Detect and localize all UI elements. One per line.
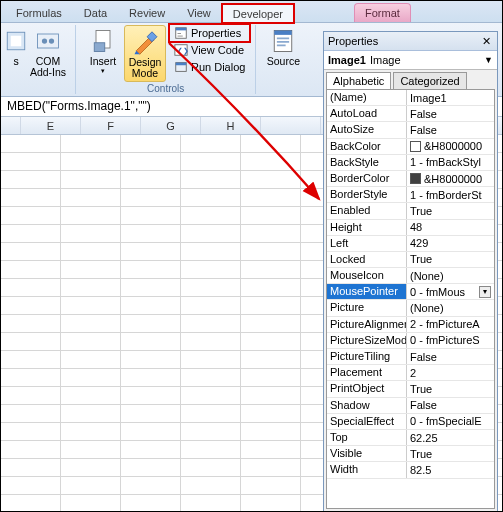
source-button[interactable]: Source	[262, 25, 304, 69]
property-name: PictureTiling	[327, 349, 407, 364]
property-row[interactable]: MouseIcon(None)	[327, 268, 494, 284]
run-dialog-button[interactable]: Run Dialog	[170, 59, 249, 75]
property-value[interactable]: True	[407, 446, 494, 461]
col-header-f[interactable]: F	[81, 117, 141, 134]
col-header-next[interactable]	[261, 117, 321, 134]
tab-categorized[interactable]: Categorized	[393, 72, 466, 89]
property-value[interactable]: False	[407, 122, 494, 137]
property-value[interactable]: 48	[407, 220, 494, 235]
property-value[interactable]: 2 - fmPictureA	[407, 317, 494, 332]
addin-icon	[2, 27, 30, 55]
property-row[interactable]: Top62.25	[327, 430, 494, 446]
property-row[interactable]: MousePointer0 - fmMous▾	[327, 284, 494, 300]
svg-rect-1	[11, 36, 22, 47]
property-value[interactable]: 0 - fmMous▾	[407, 284, 494, 299]
property-value[interactable]: False	[407, 349, 494, 364]
tab-view[interactable]: View	[176, 3, 222, 22]
property-row[interactable]: BackStyle1 - fmBackStyl	[327, 155, 494, 171]
property-value[interactable]: &H8000000	[407, 139, 494, 154]
property-row[interactable]: AutoLoadFalse	[327, 106, 494, 122]
property-grid[interactable]: (Name)Image1AutoLoadFalseAutoSizeFalseBa…	[326, 89, 495, 509]
properties-titlebar[interactable]: Properties ✕	[324, 32, 497, 51]
property-row[interactable]: Picture(None)	[327, 300, 494, 316]
tab-format[interactable]: Format	[354, 3, 411, 22]
addins-button[interactable]: s	[5, 25, 27, 69]
property-row[interactable]: EnabledTrue	[327, 203, 494, 219]
property-value-text: 2 - fmPictureA	[410, 318, 480, 330]
svg-rect-6	[94, 43, 105, 52]
property-row[interactable]: LockedTrue	[327, 252, 494, 268]
property-value-text: 48	[410, 221, 422, 233]
design-mode-button[interactable]: Design Mode	[124, 25, 166, 82]
col-header-e[interactable]: E	[21, 117, 81, 134]
property-value[interactable]: 429	[407, 236, 494, 251]
property-value[interactable]: False	[407, 398, 494, 413]
properties-button[interactable]: Properties	[170, 25, 249, 41]
object-name: Image1	[328, 54, 366, 66]
property-row[interactable]: BorderColor&H8000000	[327, 171, 494, 187]
property-value[interactable]: 62.25	[407, 430, 494, 445]
property-name: Locked	[327, 252, 407, 267]
property-name: BackStyle	[327, 155, 407, 170]
col-header-g[interactable]: G	[141, 117, 201, 134]
property-value-text: 1 - fmBackStyl	[410, 156, 481, 168]
tab-data[interactable]: Data	[73, 3, 118, 22]
property-value-text: True	[410, 383, 432, 395]
property-tabs: Alphabetic Categorized	[324, 70, 497, 89]
col-header-blank[interactable]	[1, 117, 21, 134]
property-row[interactable]: PictureSizeMode0 - fmPictureS	[327, 333, 494, 349]
com-addins-button[interactable]: COM Add-Ins	[27, 25, 69, 80]
property-row[interactable]: AutoSizeFalse	[327, 122, 494, 138]
property-row[interactable]: PictureTilingFalse	[327, 349, 494, 365]
insert-label: Insert	[90, 56, 116, 67]
property-name: Placement	[327, 365, 407, 380]
property-row[interactable]: Height48	[327, 220, 494, 236]
property-value[interactable]: 0 - fmSpecialE	[407, 414, 494, 429]
property-value[interactable]: True	[407, 252, 494, 267]
property-name: Left	[327, 236, 407, 251]
property-value[interactable]: 0 - fmPictureS	[407, 333, 494, 348]
property-value-text: 0 - fmMous	[410, 286, 465, 298]
view-code-button[interactable]: ❮❯ View Code	[170, 42, 249, 58]
property-value[interactable]: 1 - fmBorderSt	[407, 187, 494, 202]
property-row[interactable]: VisibleTrue	[327, 446, 494, 462]
property-value-text: True	[410, 205, 432, 217]
property-row[interactable]: PictureAlignmen2 - fmPictureA	[327, 317, 494, 333]
property-row[interactable]: (Name)Image1	[327, 90, 494, 106]
property-name: Top	[327, 430, 407, 445]
ribbon-tabs: Formulas Data Review View Developer Form…	[1, 1, 502, 23]
property-name: PrintObject	[327, 381, 407, 396]
tab-alphabetic[interactable]: Alphabetic	[326, 72, 391, 89]
property-value[interactable]: True	[407, 203, 494, 218]
property-value[interactable]: 2	[407, 365, 494, 380]
property-value[interactable]: (None)	[407, 268, 494, 283]
properties-title-label: Properties	[328, 35, 378, 47]
property-row[interactable]: BorderStyle1 - fmBorderSt	[327, 187, 494, 203]
tab-review[interactable]: Review	[118, 3, 176, 22]
tab-formulas[interactable]: Formulas	[5, 3, 73, 22]
property-value[interactable]: Image1	[407, 90, 494, 105]
svg-rect-11	[176, 28, 187, 31]
property-value[interactable]: &H8000000	[407, 171, 494, 186]
property-row[interactable]: SpecialEffect0 - fmSpecialE	[327, 414, 494, 430]
property-row[interactable]: BackColor&H8000000	[327, 139, 494, 155]
col-header-h[interactable]: H	[201, 117, 261, 134]
property-row[interactable]: PrintObjectTrue	[327, 381, 494, 397]
property-row[interactable]: Left429	[327, 236, 494, 252]
chevron-down-icon[interactable]: ▾	[479, 286, 491, 298]
property-value[interactable]: 1 - fmBackStyl	[407, 155, 494, 170]
run-dialog-icon	[174, 60, 188, 74]
tab-developer[interactable]: Developer	[222, 4, 294, 23]
svg-rect-22	[277, 45, 286, 47]
property-row[interactable]: Width82.5	[327, 462, 494, 478]
close-icon[interactable]: ✕	[479, 34, 493, 48]
property-value[interactable]: False	[407, 106, 494, 121]
property-value[interactable]: (None)	[407, 300, 494, 315]
property-row[interactable]: Placement2	[327, 365, 494, 381]
property-value[interactable]: 82.5	[407, 462, 494, 477]
property-row[interactable]: ShadowFalse	[327, 398, 494, 414]
insert-button[interactable]: Insert ▾	[82, 25, 124, 76]
property-name: MouseIcon	[327, 268, 407, 283]
property-value[interactable]: True	[407, 381, 494, 396]
object-selector[interactable]: Image1 Image ▼	[324, 51, 497, 70]
